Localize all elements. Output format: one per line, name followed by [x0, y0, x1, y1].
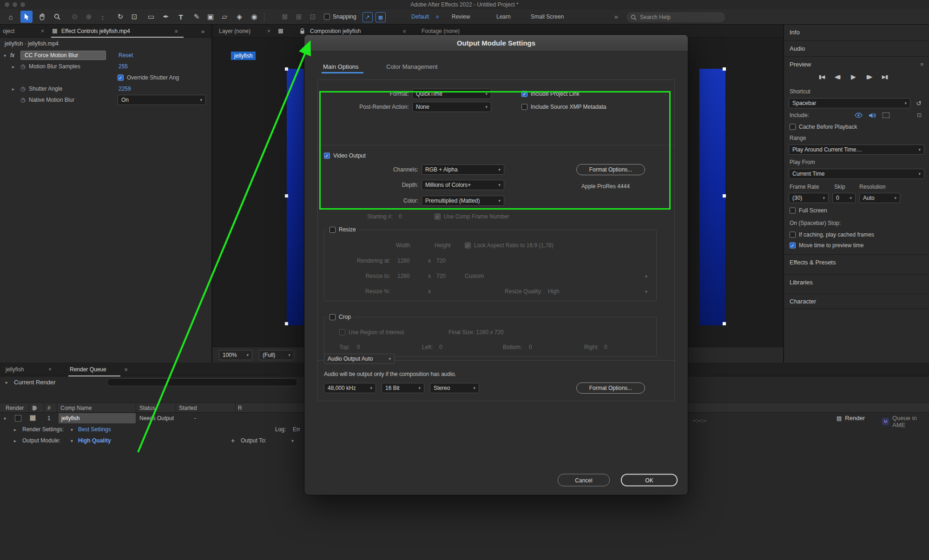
render-item-comp-name[interactable]: jellyfish [59, 413, 136, 423]
ok-button[interactable]: OK [621, 474, 678, 487]
effects-presets-panel-header[interactable]: Effects & Presets [784, 254, 929, 270]
render-button[interactable]: ▤ Render [837, 415, 865, 422]
starting-number-value[interactable]: 0 [399, 213, 402, 220]
crop-left-value[interactable]: 0 [439, 344, 442, 350]
depth-dropdown[interactable]: Millions of Colors+▾ [422, 180, 504, 190]
tab-project[interactable]: oject [3, 28, 14, 34]
tab-comp-timeline[interactable]: jellyfish [6, 366, 24, 373]
tab-main-options[interactable]: Main Options [323, 63, 359, 70]
resolution-dropdown[interactable]: (Full)▾ [259, 350, 294, 360]
tab-effect-controls[interactable]: Effect Controls jellyfish.mp4 [61, 28, 130, 34]
view-axis-mode-icon[interactable]: ⊡ [307, 11, 319, 23]
dolly-camera-tool-icon[interactable]: ↕ [97, 11, 109, 23]
first-frame-button[interactable]: ▮◀ [816, 74, 828, 80]
crop-top-value[interactable]: 0 [357, 344, 360, 350]
panel-menu-icon[interactable]: ≡ [125, 367, 127, 372]
reset-shortcut-icon[interactable]: ↺ [916, 99, 922, 107]
property-value[interactable]: 2259 [119, 86, 131, 92]
expander-open-icon[interactable]: ▾ [4, 53, 6, 58]
clone-stamp-tool-icon[interactable]: ▣ [204, 11, 217, 23]
column-render-time[interactable]: R [238, 405, 242, 411]
workspace-menu-icon[interactable]: ≡ [436, 14, 439, 20]
selection-tool-icon[interactable] [20, 11, 33, 23]
selection-handle[interactable] [285, 194, 288, 198]
type-tool-icon[interactable]: T [175, 11, 187, 23]
rotation-tool-icon[interactable]: ↻ [114, 11, 126, 23]
cancel-button[interactable]: Cancel [558, 474, 610, 487]
expander-closed-icon[interactable]: ▸ [12, 64, 14, 69]
selection-handle[interactable] [723, 322, 726, 325]
property-value[interactable]: 255 [119, 63, 128, 70]
info-panel-header[interactable]: Info [784, 25, 929, 40]
pan-behind-tool-icon[interactable]: ⊡ [128, 11, 140, 23]
tab-render-queue[interactable]: Render Queue [70, 366, 106, 373]
layer-name-badge[interactable]: jellyfish [231, 52, 256, 60]
tab-layer[interactable]: Layer (none) [219, 28, 250, 34]
resize-preset-dropdown[interactable]: Custom [465, 273, 484, 279]
crop-toggle[interactable]: Crop [327, 312, 354, 322]
audio-rate-dropdown[interactable]: 48,000 kHz▾ [324, 383, 376, 393]
workspace-overflow-icon[interactable]: » [614, 13, 618, 20]
audio-depth-dropdown[interactable]: 16 Bit▾ [382, 383, 424, 393]
audio-panel-header[interactable]: Audio [784, 40, 929, 56]
puppet-pin-tool-icon[interactable]: ◉ [248, 11, 260, 23]
chevron-down-icon[interactable]: ▾ [645, 289, 647, 294]
selection-handle[interactable] [285, 322, 288, 325]
stopwatch-icon[interactable]: ◷ [20, 86, 25, 92]
resize-quality-dropdown[interactable]: High [548, 288, 560, 295]
range-dropdown[interactable]: Play Around Current Time…▾ [789, 145, 924, 155]
rectangle-tool-icon[interactable]: ▭ [145, 11, 157, 23]
output-device-icon[interactable]: ⊡ [917, 112, 922, 119]
expander-closed-icon[interactable]: ▸ [6, 380, 8, 385]
workspace-review[interactable]: Review [452, 13, 470, 20]
roto-brush-tool-icon[interactable]: ◈ [233, 11, 245, 23]
workspace-default[interactable]: Default [411, 13, 429, 20]
expander-open-icon[interactable]: ▾ [4, 416, 6, 421]
pen-tool-icon[interactable]: ✒ [160, 11, 172, 23]
column-render[interactable]: Render [6, 405, 24, 411]
reset-effect-link[interactable]: Reset [119, 52, 133, 59]
effect-name-chip[interactable]: CC Force Motion Blur [20, 51, 106, 60]
tab-composition[interactable]: Composition jellyfish [310, 28, 361, 34]
lock-icon[interactable] [300, 28, 305, 36]
include-xmp-checkbox[interactable] [521, 104, 527, 110]
panel-menu-icon[interactable]: ≡ [403, 28, 406, 34]
queue-in-ame-button[interactable]: M Queue in AME [882, 415, 929, 428]
include-project-link-checkbox[interactable] [521, 91, 527, 97]
resize-checkbox[interactable] [329, 227, 336, 233]
chevron-down-icon[interactable]: ▾ [645, 274, 647, 279]
composition-video-right[interactable] [699, 69, 725, 325]
render-settings-value[interactable]: Best Settings [78, 426, 111, 433]
chevron-down-icon[interactable]: ▾ [71, 438, 73, 443]
panel-overflow-icon[interactable]: » [201, 28, 204, 35]
lock-aspect-checkbox[interactable] [465, 243, 471, 249]
selection-handle[interactable] [723, 67, 726, 71]
move-time-checkbox[interactable] [790, 243, 796, 249]
pan-camera-tool-icon[interactable]: ⊕ [83, 11, 95, 23]
if-caching-checkbox[interactable] [790, 232, 796, 238]
label-color-swatch[interactable] [30, 415, 36, 421]
world-axis-mode-icon[interactable]: ⊞ [293, 11, 305, 23]
play-from-dropdown[interactable]: Current Time▾ [789, 169, 924, 179]
resolution-value-dropdown[interactable]: Auto▾ [859, 193, 900, 203]
skip-dropdown[interactable]: 0▾ [832, 193, 856, 203]
use-comp-frame-checkbox[interactable] [435, 214, 441, 220]
video-output-checkbox[interactable] [324, 153, 330, 159]
hand-tool-icon[interactable] [36, 11, 48, 23]
stopwatch-icon[interactable]: ◷ [20, 63, 25, 70]
color-dropdown[interactable]: Premultiplied (Matted)▾ [422, 196, 504, 206]
render-item-checkbox[interactable] [15, 415, 21, 422]
selection-handle[interactable] [723, 194, 726, 198]
dialog-titlebar[interactable]: Output Module Settings [304, 35, 688, 52]
column-started[interactable]: Started [179, 405, 197, 411]
chevron-down-icon[interactable]: ▾ [71, 427, 73, 432]
frame-rate-dropdown[interactable]: (30)▾ [789, 193, 829, 203]
log-value[interactable]: Err [293, 426, 300, 433]
audio-format-options-button[interactable]: Format Options... [576, 382, 645, 394]
eraser-tool-icon[interactable]: ▱ [218, 11, 231, 23]
play-button[interactable]: ▶ [847, 73, 859, 80]
add-output-module-icon[interactable]: + [231, 437, 235, 444]
expander-closed-icon[interactable]: ▸ [12, 86, 14, 92]
post-render-dropdown[interactable]: None▾ [412, 102, 491, 112]
character-panel-header[interactable]: Character [784, 294, 929, 309]
